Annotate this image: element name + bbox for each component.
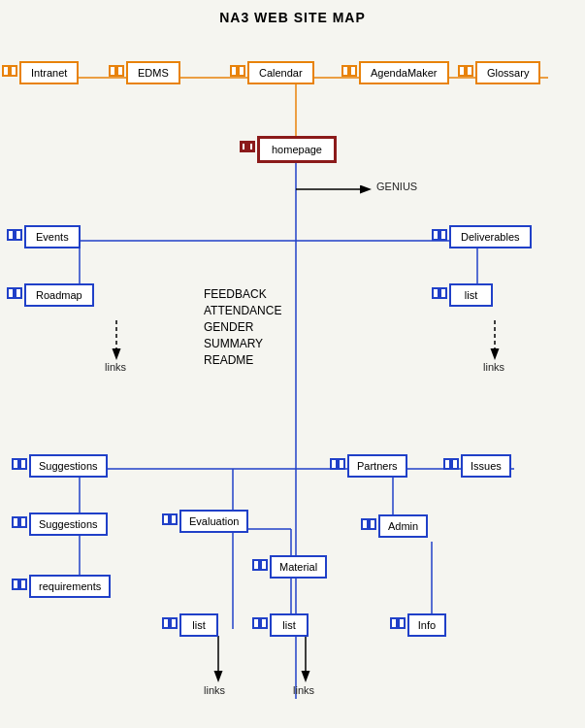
intranet-node[interactable]: Intranet (19, 61, 79, 84)
agendamaker-node[interactable]: AgendaMaker (359, 61, 449, 84)
partners-node[interactable]: Partners (347, 454, 407, 478)
feedback-labels: FEEDBACK ATTENDANCE GENDER SUMMARY READM… (204, 286, 281, 369)
events-label: Events (36, 231, 69, 243)
deliverables-label: Deliverables (461, 231, 520, 243)
list-bot1-label: list (192, 619, 205, 631)
suggestions2-node[interactable]: Suggestions (29, 513, 108, 536)
glossary-node[interactable]: Glossary (475, 61, 540, 84)
evaluation-label: Evaluation (189, 515, 239, 527)
links-label-2: links (483, 361, 504, 373)
genius-label: GENIUS (376, 181, 417, 192)
glossary-label: Glossary (487, 67, 529, 79)
suggestions1-label: Suggestions (39, 460, 98, 472)
edms-node[interactable]: EDMS (126, 61, 180, 84)
issues-label: Issues (471, 460, 502, 472)
material-node[interactable]: Material (270, 555, 327, 579)
issues-node[interactable]: Issues (461, 454, 511, 478)
agendamaker-label: AgendaMaker (371, 67, 438, 79)
partners-label: Partners (357, 460, 398, 472)
list-top-label: list (465, 289, 477, 301)
homepage-label: homepage (272, 144, 322, 155)
homepage-node[interactable]: homepage (257, 136, 337, 163)
list-bot2-label: list (282, 619, 295, 631)
calendar-node[interactable]: Calendar (247, 61, 314, 84)
page-title: NA3 WEB SITE MAP (0, 0, 585, 25)
roadmap-label: Roadmap (36, 289, 82, 301)
list-bot1-node[interactable]: list (179, 613, 218, 637)
links-label-1: links (105, 361, 126, 373)
suggestions1-node[interactable]: Suggestions (29, 454, 108, 478)
events-node[interactable]: Events (24, 225, 81, 248)
edms-label: EDMS (138, 67, 169, 79)
links-label-3: links (204, 684, 225, 696)
evaluation-node[interactable]: Evaluation (179, 510, 248, 533)
suggestions2-label: Suggestions (39, 518, 98, 530)
roadmap-node[interactable]: Roadmap (24, 283, 94, 307)
info-node[interactable]: Info (407, 613, 446, 637)
admin-label: Admin (388, 520, 418, 532)
list-top-node[interactable]: list (449, 283, 493, 307)
intranet-label: Intranet (31, 67, 67, 79)
admin-node[interactable]: Admin (378, 514, 428, 538)
list-bot2-node[interactable]: list (270, 613, 309, 637)
deliverables-node[interactable]: Deliverables (449, 225, 532, 248)
calendar-label: Calendar (259, 67, 303, 79)
material-label: Material (279, 561, 317, 573)
requirements-label: requirements (39, 580, 101, 592)
requirements-node[interactable]: requirements (29, 575, 111, 598)
info-label: Info (418, 619, 436, 631)
links-label-4: links (293, 684, 314, 696)
